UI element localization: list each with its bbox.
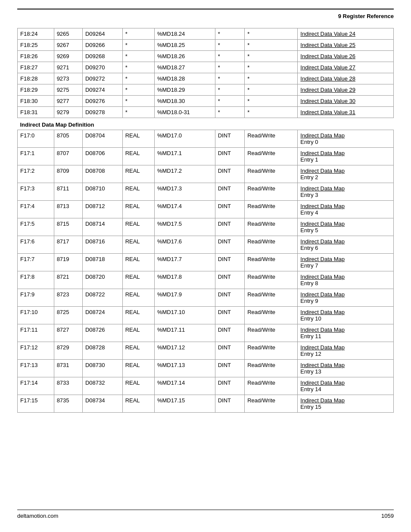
table-cell: REAL [122,183,154,201]
table-row: F17:18707D08706REAL%MD17.1DINTRead/Write… [18,148,394,165]
table-cell: %MD17.9 [154,289,215,307]
table-cell: D08734 [82,395,122,413]
table-cell-desc: Indirect Data MapEntry 2 [298,165,394,183]
table-cell: %MD17.1 [154,148,215,165]
table-row: F18:279271D09270*%MD18.27**Indirect Data… [18,62,394,73]
table-cell-desc: Indirect Data Value 26 [298,51,394,62]
table-cell: 9279 [54,107,82,118]
table-cell-desc: Indirect Data MapEntry 9 [298,289,394,307]
table-cell-rw: Read/Write [245,271,298,289]
table-cell: * [215,40,245,51]
table-cell: * [245,28,298,40]
table-cell: %MD18.0-31 [154,107,215,118]
table-cell: %MD18.26 [154,51,215,62]
table-cell: D09264 [82,28,122,40]
register-table: F18:249265D09264*%MD18.24**Indirect Data… [17,28,394,413]
table-cell: 8711 [54,183,82,201]
table-cell: * [215,28,245,40]
table-cell: * [122,40,154,51]
table-cell: * [245,51,298,62]
table-cell: REAL [122,218,154,236]
table-cell: REAL [122,254,154,271]
table-cell: REAL [122,201,154,218]
table-cell: F17:8 [18,271,54,289]
table-cell: 9275 [54,84,82,96]
table-cell-rw: Read/Write [245,254,298,271]
table-row: F18:249265D09264*%MD18.24**Indirect Data… [18,28,394,40]
table-cell-rw: Read/Write [245,218,298,236]
table-cell: D08706 [82,148,122,165]
table-cell: D08720 [82,271,122,289]
table-cell: * [215,107,245,118]
table-cell: 9273 [54,73,82,84]
table-cell: F17:2 [18,165,54,183]
table-row: F17:88721D08720REAL%MD17.8DINTRead/Write… [18,271,394,289]
table-cell-desc: Indirect Data Value 28 [298,73,394,84]
table-cell: DINT [215,360,245,377]
table-cell: %MD17.7 [154,254,215,271]
table-cell-rw: Read/Write [245,377,298,395]
table-cell-desc: Indirect Data MapEntry 1 [298,148,394,165]
table-row: F17:08705D08704REAL%MD17.0DINTRead/Write… [18,130,394,148]
table-cell-rw: Read/Write [245,342,298,360]
table-cell: REAL [122,342,154,360]
table-cell-desc: Indirect Data MapEntry 4 [298,201,394,218]
table-cell: REAL [122,377,154,395]
table-cell-desc: Indirect Data MapEntry 5 [298,218,394,236]
table-row: F18:269269D09268*%MD18.26**Indirect Data… [18,51,394,62]
table-cell: F17:14 [18,377,54,395]
table-cell: %MD17.4 [154,201,215,218]
table-cell: F18:27 [18,62,54,73]
table-cell: DINT [215,395,245,413]
table-cell: D08712 [82,201,122,218]
table-cell: F17:13 [18,360,54,377]
table-cell: D09278 [82,107,122,118]
table-row: F17:68717D08716REAL%MD17.6DINTRead/Write… [18,236,394,254]
table-cell: %MD18.25 [154,40,215,51]
table-row: F17:48713D08712REAL%MD17.4DINTRead/Write… [18,201,394,218]
table-cell: DINT [215,201,245,218]
table-cell-rw: Read/Write [245,307,298,324]
table-cell: * [215,51,245,62]
table-cell: 9277 [54,96,82,107]
table-cell: %MD17.15 [154,395,215,413]
table-row: F17:158735D08734REAL%MD17.15DINTRead/Wri… [18,395,394,413]
table-cell: D08710 [82,183,122,201]
table-cell: * [215,62,245,73]
table-cell: F17:12 [18,342,54,360]
table-cell: F17:3 [18,183,54,201]
table-cell: F17:6 [18,236,54,254]
table-cell: %MD18.27 [154,62,215,73]
table-cell: * [245,96,298,107]
table-row: F17:38711D08710REAL%MD17.3DINTRead/Write… [18,183,394,201]
table-cell: * [215,96,245,107]
table-cell: REAL [122,395,154,413]
table-cell: REAL [122,360,154,377]
table-cell-desc: Indirect Data Value 24 [298,28,394,40]
table-cell-desc: Indirect Data MapEntry 13 [298,360,394,377]
table-cell: 9265 [54,28,82,40]
table-cell: D08730 [82,360,122,377]
section-header-row: Indirect Data Map Definition [18,118,394,130]
table-cell: 9271 [54,62,82,73]
table-cell: DINT [215,183,245,201]
table-cell: %MD17.8 [154,271,215,289]
table-cell: F18:26 [18,51,54,62]
table-cell: %MD17.3 [154,183,215,201]
table-row: F18:259267D09266*%MD18.25**Indirect Data… [18,40,394,51]
table-cell-rw: Read/Write [245,148,298,165]
table-row: F17:28709D08708REAL%MD17.2DINTRead/Write… [18,165,394,183]
table-cell: D08726 [82,324,122,342]
table-cell: 8731 [54,360,82,377]
table-cell: REAL [122,165,154,183]
table-cell: * [122,28,154,40]
table-cell: * [122,107,154,118]
table-cell: F18:24 [18,28,54,40]
table-cell: DINT [215,165,245,183]
table-cell: REAL [122,307,154,324]
table-row: F17:138731D08730REAL%MD17.13DINTRead/Wri… [18,360,394,377]
table-cell-rw: Read/Write [245,130,298,148]
table-cell: 8707 [54,148,82,165]
table-cell: D08718 [82,254,122,271]
table-cell: D08724 [82,307,122,324]
